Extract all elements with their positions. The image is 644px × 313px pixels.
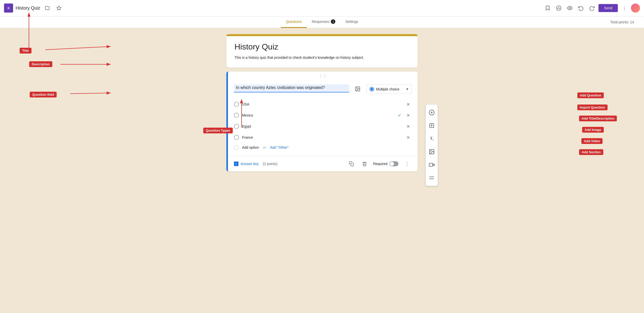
question-top: Multiple choice ▾: [234, 84, 412, 94]
tab-settings[interactable]: Settings: [340, 16, 363, 28]
copy-icon: [349, 161, 354, 166]
add-title-button[interactable]: Tt: [426, 133, 438, 145]
option-label-egypt: Egypt: [242, 124, 401, 128]
add-image-to-question-button[interactable]: [353, 84, 362, 93]
question-body: Multiple choice ▾ USA ✕ Me: [228, 80, 418, 156]
option-label-usa: USA: [242, 102, 401, 106]
form-title[interactable]: History Quiz: [234, 42, 410, 51]
content-area: History Quiz This is a history quiz that…: [226, 34, 418, 171]
option-row-france: France ✕: [234, 132, 412, 143]
required-toggle: Required: [373, 161, 398, 166]
add-question-icon: [429, 110, 435, 116]
add-option-label[interactable]: Add option: [242, 145, 259, 149]
header-right: Send ⋮: [543, 4, 640, 13]
delete-button[interactable]: [360, 159, 369, 168]
tab-responses[interactable]: Responses 1: [307, 16, 340, 28]
trash-icon: [362, 161, 367, 166]
radio-icon: [370, 87, 374, 91]
question-footer: ✓ Answer key (2 points): [228, 156, 418, 171]
svg-point-3: [558, 7, 559, 8]
send-button[interactable]: Send: [598, 4, 618, 12]
answer-key-label: Answer key: [240, 162, 259, 166]
add-other-link[interactable]: Add "Other": [270, 145, 289, 149]
palette-icon: [556, 5, 561, 11]
option-radio-france[interactable]: [234, 135, 239, 140]
question-input[interactable]: [234, 84, 349, 92]
video-icon: [429, 162, 435, 168]
form-header-content: History Quiz This is a history quiz that…: [226, 36, 418, 68]
remove-option-usa-button[interactable]: ✕: [405, 101, 412, 108]
responses-badge: 1: [331, 19, 335, 24]
svg-point-5: [569, 7, 571, 9]
svg-point-4: [559, 8, 560, 9]
remove-option-france-button[interactable]: ✕: [405, 134, 412, 141]
question-type-select[interactable]: Multiple choice ▾: [366, 84, 412, 94]
points-label: (2 points): [263, 162, 277, 166]
tab-questions[interactable]: Questions: [281, 16, 307, 28]
folder-icon: [45, 6, 50, 11]
total-points: Total points: 14: [610, 20, 634, 24]
star-button[interactable]: [54, 4, 63, 13]
form-description[interactable]: This is a history quiz that provided to …: [234, 56, 410, 60]
duplicate-button[interactable]: [347, 159, 356, 168]
import-question-button[interactable]: [426, 120, 438, 132]
add-other-connector: or: [263, 145, 266, 149]
svg-point-2: [558, 8, 558, 9]
radio-inner: [371, 88, 373, 90]
eye-icon: [567, 5, 573, 11]
sidebar-tools: Tt: [426, 105, 438, 186]
question-more-button[interactable]: ⋮: [403, 159, 412, 168]
option-row-usa: USA ✕: [234, 99, 412, 110]
add-image-sidebar-button[interactable]: [426, 146, 438, 158]
star-icon: [56, 6, 61, 11]
import-icon: [429, 123, 435, 129]
bookmark-button[interactable]: [543, 4, 552, 13]
type-select-label: Multiple choice: [376, 87, 404, 91]
tabs-bar: Questions Responses 1 Settings Total poi…: [0, 16, 644, 28]
add-section-button[interactable]: [426, 172, 438, 184]
required-label: Required: [373, 162, 387, 166]
tabs: Questions Responses 1 Settings: [281, 16, 363, 28]
image-sidebar-icon: [429, 149, 435, 155]
svg-point-17: [430, 150, 431, 151]
drag-handle[interactable]: ⋮⋮: [228, 72, 418, 80]
correct-check-mexico: ✓: [398, 113, 401, 118]
header-title: History Quiz: [16, 6, 40, 11]
preview-button[interactable]: [565, 4, 574, 13]
app-icon[interactable]: ≡: [4, 4, 13, 13]
option-row-egypt: Egypt ✕: [234, 121, 412, 132]
options-list: USA ✕ Mexico ✓ ✕ Egypt ✕: [234, 99, 412, 152]
redo-icon: [589, 5, 595, 11]
image-icon: [355, 86, 360, 92]
palette-button[interactable]: [554, 4, 563, 13]
section-icon: [429, 175, 435, 181]
option-radio-mexico[interactable]: [234, 113, 239, 118]
option-radio-egypt[interactable]: [234, 124, 239, 129]
undo-icon: [578, 5, 584, 11]
chevron-down-icon: ▾: [406, 87, 408, 91]
title-icon: Tt: [430, 136, 433, 141]
answer-key-button[interactable]: ✓ Answer key: [234, 162, 259, 166]
folder-button[interactable]: [43, 4, 52, 13]
option-label-france: France: [242, 135, 401, 139]
undo-button[interactable]: [576, 4, 585, 13]
toggle-knob: [390, 162, 394, 166]
svg-rect-8: [351, 163, 354, 166]
required-toggle-switch[interactable]: [389, 161, 398, 166]
user-avatar[interactable]: [631, 4, 640, 13]
form-header-card: History Quiz This is a history quiz that…: [226, 34, 418, 68]
svg-point-7: [356, 88, 357, 88]
option-radio-usa[interactable]: [234, 102, 239, 107]
add-question-button[interactable]: [426, 107, 438, 119]
header: ≡ History Quiz: [0, 0, 644, 16]
redo-button[interactable]: [587, 4, 596, 13]
add-option-radio: [234, 145, 239, 150]
add-video-button[interactable]: [426, 159, 438, 171]
remove-option-mexico-button[interactable]: ✕: [405, 112, 412, 119]
more-button[interactable]: ⋮: [620, 4, 629, 13]
question-card: ⋮⋮: [226, 72, 418, 171]
bookmark-icon: [545, 5, 550, 11]
remove-option-egypt-button[interactable]: ✕: [405, 123, 412, 130]
add-option-row: Add option or Add "Other": [234, 143, 412, 152]
option-label-mexico: Mexico: [242, 113, 395, 117]
